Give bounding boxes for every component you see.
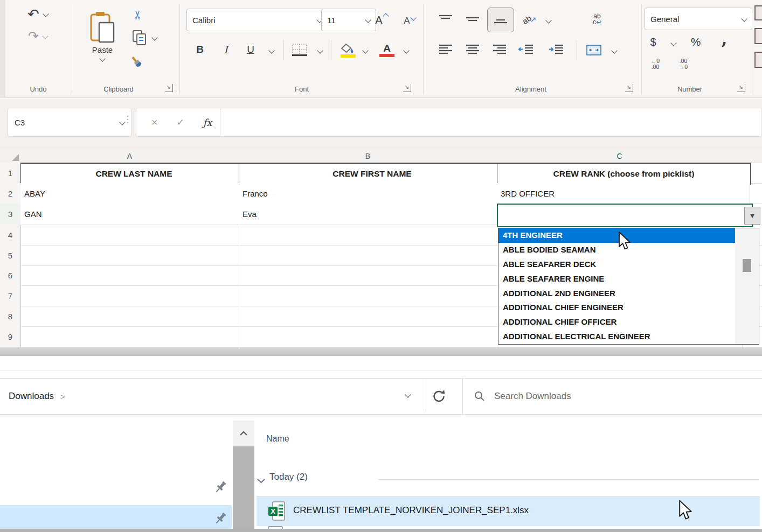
row-header-8[interactable]: 8 [0,306,21,327]
file-name[interactable]: CREWLIST TEMPLATE_NORVIKEN_JOINER_SEP1.x… [293,505,529,516]
scrollbar-thumb[interactable] [233,446,254,529]
font-color-menu-button[interactable] [401,45,412,56]
fill-color-menu-button[interactable] [360,45,371,56]
font-dialog-launcher[interactable]: ↘ [403,84,411,92]
row-header-7[interactable]: 7 [0,285,21,306]
align-right-button[interactable] [489,41,510,58]
cell-b2[interactable]: Franco [239,183,505,204]
search-placeholder: Search Downloads [494,391,571,402]
row-header-9[interactable]: 9 [0,326,21,348]
increase-font-size-button[interactable]: A [370,10,393,30]
pin-icon[interactable] [213,510,227,527]
picklist-item[interactable]: ABLE SEAFARER DECK [498,257,735,272]
font-color-letter-icon: A [383,43,391,54]
top-align-button[interactable] [435,11,456,28]
font-color-button[interactable]: A [377,40,397,60]
percent-style-button[interactable]: % [687,32,705,52]
orientation-menu-button[interactable] [543,15,554,26]
bottom-align-button-active[interactable] [487,8,514,32]
bold-button[interactable]: B [192,40,208,59]
borders-icon [292,43,308,57]
cell-a2[interactable]: ABAY [20,183,247,204]
font-name-combo[interactable]: Calibri [186,9,328,31]
undo-button[interactable]: ↶ [22,4,54,24]
cell-c3-active[interactable] [497,204,753,227]
number-format-combo[interactable]: General [645,8,752,30]
cell-c2[interactable]: 3RD OFFICER [497,183,750,204]
comma-style-button[interactable]: , [717,29,732,48]
row-header-5[interactable]: 5 [0,245,21,266]
alignment-dialog-launcher[interactable]: ↘ [625,84,633,92]
currency-format-button[interactable]: $ [646,32,661,52]
row-header-3-selected[interactable]: 3 [0,204,22,225]
scrollbar-up-button[interactable] [233,421,254,446]
decrease-decimal-button[interactable]: .00→0 [673,58,694,70]
picklist-item[interactable]: ADDITIONAL ELECTRICAL ENGINEER [498,330,735,344]
formula-buttons: × ✓ ƒx [136,108,227,137]
cell-c1[interactable]: CREW RANK (choose from picklist) [497,163,751,185]
italic-button[interactable]: I [218,40,234,59]
font-size-value: 11 [327,16,336,25]
merge-center-button[interactable] [583,42,605,58]
align-left-button[interactable] [435,41,456,58]
increase-indent-button[interactable] [545,41,567,58]
decrease-indent-button[interactable] [515,41,537,58]
copy-button[interactable] [128,29,161,46]
fill-color-button[interactable] [338,41,358,60]
column-header-b[interactable]: B [239,149,497,163]
underline-button[interactable]: U [243,40,259,59]
redo-button[interactable]: ↷ [22,27,54,45]
picklist-item[interactable]: ADDITIONAL CHIEF OFFICER [498,315,735,330]
data-validation-dropdown-button[interactable]: ▼ [744,207,760,225]
nav-selected-item[interactable] [0,505,232,530]
address-bar[interactable]: Downloads > [0,378,466,415]
number-dialog-launcher[interactable]: ↘ [737,84,745,92]
clipboard-dialog-launcher[interactable]: ↘ [165,84,173,92]
row-header-4[interactable]: 4 [0,225,21,246]
cell-a1[interactable]: CREW LAST NAME [20,163,247,185]
select-all-corner[interactable] [0,149,21,163]
borders-menu-button[interactable] [315,45,325,56]
increase-decimal-button[interactable]: ←0.00 [645,58,666,70]
cell-b1[interactable]: CREW FIRST NAME [239,163,505,185]
group-header[interactable]: Today (2) [269,472,308,482]
row-header-1[interactable]: 1 [0,163,21,184]
breadcrumb[interactable]: Downloads [9,391,54,402]
picklist-item[interactable]: ADDITIONAL 2ND ENGINEER [498,286,735,301]
column-header-a[interactable]: A [20,149,239,163]
merge-menu-button[interactable] [609,45,620,56]
insert-function-button[interactable]: ƒx [203,117,212,128]
currency-menu-button[interactable] [668,38,679,48]
middle-align-button[interactable] [462,11,483,28]
wrap-text-button[interactable]: ab c↩ [585,8,609,31]
cut-button[interactable]: ✂ [128,6,147,23]
center-button[interactable] [462,41,483,58]
picklist-item[interactable]: ABLE SEAFARER ENGINE [498,272,735,286]
paste-button[interactable]: Paste [86,3,119,68]
picklist-scrollbar-thumb[interactable] [743,259,751,272]
search-box[interactable]: Search Downloads [462,378,762,415]
formula-input[interactable] [220,108,762,137]
picklist-item[interactable]: ADDITIONAL CHIEF ENGINEER [498,300,735,315]
font-size-combo[interactable]: 11 [321,9,376,31]
picklist-item[interactable]: ABLE BODIED SEAMAN [498,243,735,257]
pin-icon[interactable] [213,479,227,495]
format-painter-button[interactable] [128,54,147,72]
row-header-2[interactable]: 2 [0,183,21,204]
name-column-header[interactable]: Name [266,434,289,444]
group-collapse-chevron-icon[interactable] [257,476,265,486]
picklist-scrollbar[interactable] [735,228,759,344]
orientation-button[interactable]: ab ↗ [517,10,541,29]
enter-check-icon[interactable]: ✓ [177,117,184,128]
picklist-item-highlighted[interactable]: 4TH ENGINEER [498,228,735,243]
cell-a3[interactable]: GAN [20,204,247,225]
cancel-icon[interactable]: × [151,116,157,129]
refresh-button[interactable] [431,388,447,407]
address-dropdown-chevron-icon[interactable] [405,391,411,397]
underline-menu-button[interactable] [266,45,277,56]
borders-button[interactable] [290,42,309,58]
row-header-6[interactable]: 6 [0,265,21,286]
decrease-font-size-button[interactable]: A [398,11,421,31]
name-box[interactable]: C3 [8,108,131,137]
cell-b3[interactable]: Eva [239,204,505,225]
